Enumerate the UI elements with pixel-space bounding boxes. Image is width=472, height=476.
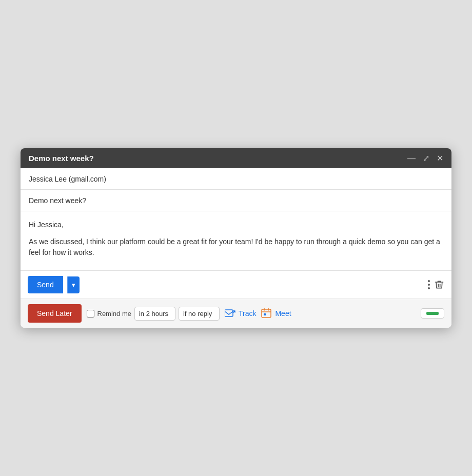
svg-rect-2: [264, 313, 266, 315]
remind-reply-input[interactable]: [179, 307, 220, 321]
recipient-value: Jessica Lee (gmail.com): [29, 175, 106, 183]
svg-rect-0: [225, 310, 233, 316]
compose-window: Demo next week? — ⤢ ✕ Jessica Lee (gmail…: [21, 148, 451, 328]
track-label: Track: [239, 309, 256, 318]
expand-button[interactable]: ⤢: [423, 153, 429, 163]
track-button[interactable]: Track: [225, 309, 256, 318]
send-button[interactable]: Send: [28, 276, 63, 293]
remind-me-checkbox[interactable]: [87, 310, 94, 318]
more-options-icon: [428, 280, 430, 289]
window-title: Demo next week?: [29, 154, 94, 163]
title-bar: Demo next week? — ⤢ ✕: [21, 148, 451, 168]
remind-me-label: Remind me: [97, 310, 131, 318]
green-bar-icon: [426, 312, 439, 315]
toolbar-bottom: Send ▾: [21, 270, 451, 299]
meet-label: Meet: [275, 309, 291, 318]
body-content: As we discussed, I think our platform co…: [29, 236, 443, 258]
subject-field[interactable]: Demo next week?: [21, 190, 451, 211]
meet-button[interactable]: Meet: [261, 308, 291, 319]
track-icon: [225, 309, 236, 318]
body-greeting: Hi Jessica,: [29, 220, 443, 230]
remind-me-section: Remind me: [87, 307, 220, 321]
remind-hours-input[interactable]: [134, 307, 175, 321]
trash-icon: [434, 280, 444, 290]
recipient-field[interactable]: Jessica Lee (gmail.com): [21, 168, 451, 190]
subject-value: Demo next week?: [29, 196, 86, 205]
email-body[interactable]: Hi Jessica, As we discussed, I think our…: [21, 211, 451, 270]
send-later-button[interactable]: Send Later: [28, 304, 82, 323]
send-dropdown-button[interactable]: ▾: [67, 276, 80, 293]
more-options-button[interactable]: [428, 280, 430, 289]
green-bar-button[interactable]: [421, 308, 444, 319]
svg-rect-1: [262, 309, 271, 318]
meet-icon: [261, 308, 272, 319]
footer-bar: Send Later Remind me Track Meet: [21, 299, 451, 328]
compose-body: Jessica Lee (gmail.com) Demo next week? …: [21, 168, 451, 270]
delete-button[interactable]: [434, 280, 444, 290]
title-bar-controls: — ⤢ ✕: [407, 153, 443, 163]
minimize-button[interactable]: —: [407, 154, 416, 163]
close-button[interactable]: ✕: [437, 153, 443, 163]
